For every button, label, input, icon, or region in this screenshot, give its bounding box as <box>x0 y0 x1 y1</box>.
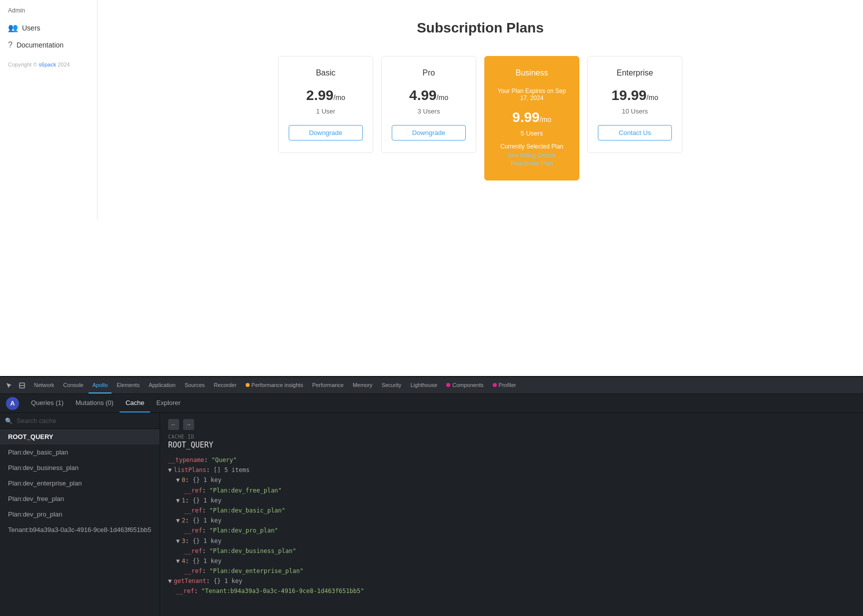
plan-card-business: Business Your Plan Expires on Sep 17, 20… <box>484 56 579 180</box>
sidebar-docs-label: Documentation <box>17 41 64 49</box>
contact-us-button[interactable]: Contact Us <box>598 125 672 140</box>
sidebar-copyright: Copyright © s6pack 2024 <box>0 54 97 76</box>
brand-link[interactable]: s6pack <box>39 62 56 68</box>
plan-users-business: 5 Users <box>495 130 569 137</box>
sidebar: Admin 👥 Users ? Documentation Copyright … <box>0 0 98 220</box>
plan-name-pro: Pro <box>392 68 466 78</box>
plan-price-pro: 4.99/mo <box>392 88 466 104</box>
sidebar-item-documentation[interactable]: ? Documentation <box>0 36 97 54</box>
plan-name-business: Business <box>495 68 569 78</box>
plan-price-business: 9.99/mo <box>495 110 569 126</box>
help-icon: ? <box>8 40 13 50</box>
main-content: Subscription Plans Basic 2.99/mo 1 User … <box>98 0 863 220</box>
plan-card-enterprise: Enterprise 19.99/mo 10 Users Contact Us <box>587 56 682 153</box>
plan-name-enterprise: Enterprise <box>598 68 672 78</box>
plan-price-enterprise: 19.99/mo <box>598 88 672 104</box>
plan-users-basic: 1 User <box>289 108 363 115</box>
plan-name-basic: Basic <box>289 68 363 78</box>
plan-card-pro: Pro 4.99/mo 3 Users Downgrade <box>381 56 476 153</box>
plans-container: Basic 2.99/mo 1 User Downgrade Pro 4.99/… <box>128 56 833 180</box>
plan-users-enterprise: 10 Users <box>598 108 672 115</box>
billing-details-link[interactable]: See Billing Details <box>495 152 569 159</box>
plan-card-basic: Basic 2.99/mo 1 User Downgrade <box>278 56 373 153</box>
plan-selected-label: Currently Selected Plan <box>495 143 569 150</box>
plan-users-pro: 3 Users <box>392 108 466 115</box>
page-title: Subscription Plans <box>128 20 833 36</box>
sidebar-users-label: Users <box>22 24 41 32</box>
reactivate-plan-link[interactable]: Reactivate Plan <box>495 160 569 167</box>
downgrade-pro-button[interactable]: Downgrade <box>392 125 466 140</box>
downgrade-basic-button[interactable]: Downgrade <box>289 125 363 140</box>
plan-expires: Your Plan Expires on Sep 17, 2024 <box>495 88 569 102</box>
sidebar-admin-label: Admin <box>0 4 97 19</box>
users-icon: 👥 <box>8 23 18 32</box>
sidebar-item-users[interactable]: 👥 Users <box>0 19 97 36</box>
plan-price-basic: 2.99/mo <box>289 88 363 104</box>
